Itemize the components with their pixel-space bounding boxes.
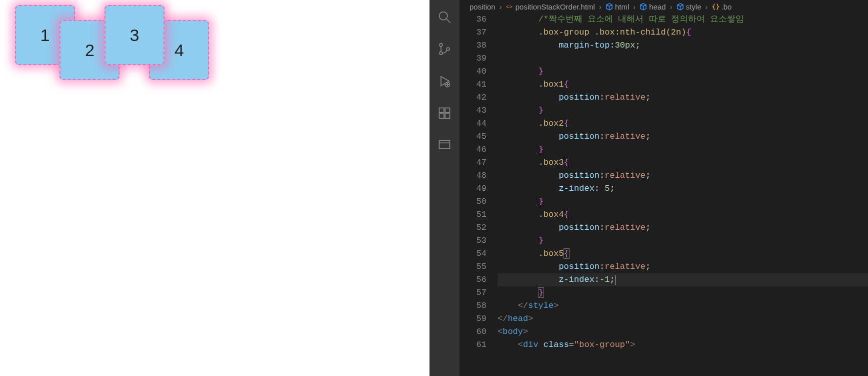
extensions-icon[interactable] [438,106,452,120]
breadcrumb-item[interactable]: position [470,3,496,11]
code-line[interactable]: position:relative; [498,91,868,104]
line-number: 36 [460,13,486,26]
code-line[interactable]: .box-group .box:nth-child(2n){ [498,26,868,39]
line-number: 61 [460,338,486,351]
breadcrumb-separator: › [599,3,602,11]
app-root: 1 2 3 4 5 [0,0,868,376]
breadcrumb-item[interactable]: <> positionStackOrder.html [506,3,595,11]
text-cursor [616,275,616,285]
code-line[interactable]: .box2{ [498,117,868,130]
breadcrumb-item[interactable]: style [676,3,702,11]
box-3: 3 [104,5,164,65]
line-number: 37 [460,26,486,39]
line-number: 55 [460,260,486,273]
line-number-gutter: 3637383940414243444546474849505152535455… [460,13,498,376]
code-line[interactable]: z-index: 5; [498,182,868,195]
code-content[interactable]: /*짝수번째 요소에 내해서 따로 정의하여 요소쌓임 .box-group .… [498,13,868,376]
line-number: 41 [460,78,486,91]
code-line[interactable]: <div class="box-group"> [498,338,868,351]
svg-point-0 [440,12,448,20]
symbol-icon [676,3,684,11]
breadcrumb-label: html [615,3,629,11]
line-number: 40 [460,65,486,78]
code-line[interactable]: } [498,195,868,208]
svg-rect-7 [440,108,444,113]
line-number: 54 [460,247,486,260]
box-group: 1 2 3 4 5 [0,0,430,80]
file-icon: <> [506,3,514,11]
code-line[interactable]: position:relative; [498,221,868,234]
svg-line-1 [446,19,450,23]
breadcrumb-item[interactable]: html [606,3,629,11]
code-line[interactable]: } [498,104,868,117]
breadcrumb-separator: › [633,3,636,11]
code-line[interactable] [498,52,868,65]
line-number: 51 [460,208,486,221]
line-number: 59 [460,312,486,325]
activity-bar [430,0,460,376]
code-line[interactable]: .box3{ [498,156,868,169]
run-debug-icon[interactable] [438,74,452,88]
vscode-pane: position › <> positionStackOrder.html › … [430,0,868,376]
breadcrumb-label: style [686,3,702,11]
live-preview-icon[interactable] [438,138,452,152]
code-line[interactable]: } [498,143,868,156]
line-number: 44 [460,117,486,130]
symbol-icon [640,3,647,11]
svg-point-3 [440,52,442,55]
breadcrumb-label: .bo [722,3,732,11]
svg-rect-8 [445,108,450,113]
breadcrumb-item[interactable]: .bo [712,3,732,11]
svg-rect-10 [445,114,450,118]
line-number: 47 [460,156,486,169]
code-line[interactable]: </head> [498,312,868,325]
code-line[interactable]: /*짝수번째 요소에 내해서 따로 정의하여 요소쌓임 [498,13,868,26]
code-line[interactable]: .box4{ [498,208,868,221]
code-line[interactable]: position:relative; [498,169,868,182]
line-number: 48 [460,169,486,182]
line-number: 49 [460,182,486,195]
line-number: 45 [460,130,486,143]
code-line[interactable]: } [498,234,868,247]
code-line[interactable]: <body> [498,325,868,338]
code-line[interactable]: .box1{ [498,78,868,91]
code-line[interactable]: } [498,65,868,78]
code-line[interactable]: .box5{ [498,247,868,260]
svg-rect-11 [440,141,450,149]
line-number: 57 [460,286,486,299]
svg-rect-9 [440,114,444,118]
line-number: 43 [460,104,486,117]
source-control-icon[interactable] [438,42,452,56]
breadcrumb-separator: › [500,3,502,11]
line-number: 58 [460,299,486,312]
breadcrumb-item[interactable]: head [640,3,666,11]
breadcrumb-label: position [470,3,496,11]
code-line[interactable]: margin-top:30px; [498,39,868,52]
breadcrumb-label: positionStackOrder.html [516,3,595,11]
svg-text:<>: <> [506,4,513,10]
line-number: 60 [460,325,486,338]
line-number: 50 [460,195,486,208]
editor-area: position › <> positionStackOrder.html › … [460,0,868,376]
line-number: 56 [460,273,486,286]
search-icon[interactable] [438,10,452,24]
line-number: 52 [460,221,486,234]
code-editor[interactable]: 3637383940414243444546474849505152535455… [460,13,868,376]
breadcrumb-label: head [649,3,666,11]
line-number: 46 [460,143,486,156]
line-number: 38 [460,39,486,52]
line-number: 39 [460,52,486,65]
svg-point-2 [440,44,442,47]
code-line[interactable]: position:relative; [498,130,868,143]
breadcrumb-separator: › [706,3,708,11]
brace-icon [712,3,720,11]
code-line[interactable]: z-index:-1; [498,273,868,286]
line-number: 53 [460,234,486,247]
code-line[interactable]: </style> [498,299,868,312]
code-line[interactable]: position:relative; [498,260,868,273]
svg-point-4 [446,48,450,51]
breadcrumb-separator: › [670,3,672,11]
code-line[interactable]: } [498,286,868,299]
breadcrumbs[interactable]: position › <> positionStackOrder.html › … [460,0,868,13]
symbol-icon [606,3,613,11]
